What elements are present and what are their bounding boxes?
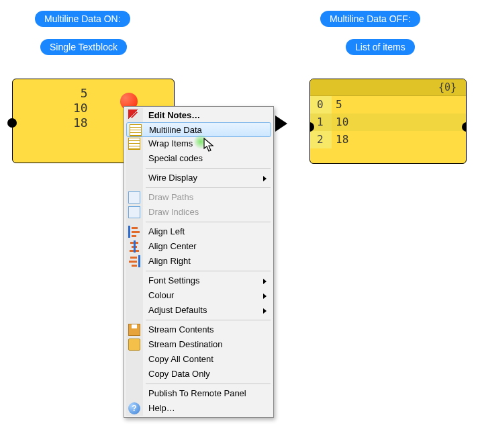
- list-rows: 0 5 1 10 2 18: [310, 96, 466, 148]
- rect-icon: [128, 206, 140, 218]
- align-right-icon: [128, 255, 140, 267]
- menu-label: Copy Data Only: [148, 369, 210, 379]
- menu-draw-paths[interactable]: Draw Paths: [126, 190, 272, 205]
- menu-label: Colour: [148, 290, 174, 300]
- tree-header: {0}: [310, 79, 466, 96]
- menu-label: Align Right: [148, 256, 191, 266]
- notes-icon: [128, 138, 140, 150]
- list-item[interactable]: 0 5: [310, 96, 466, 114]
- label-off-title: Multiline Data OFF:: [320, 11, 420, 27]
- menu-separator: [146, 187, 271, 188]
- menu-separator: [146, 222, 271, 222]
- label-off-sub: List of items: [346, 39, 415, 55]
- menu-special-codes[interactable]: Special codes: [126, 151, 272, 166]
- menu-separator: [146, 168, 271, 169]
- menu-label: Adjust Defaults: [148, 305, 207, 315]
- menu-stream-contents[interactable]: Stream Contents: [126, 322, 272, 337]
- disk-icon: [128, 324, 140, 336]
- menu-label: Edit Notes…: [148, 110, 200, 120]
- menu-label: Help…: [148, 403, 175, 413]
- menu-stream-destination[interactable]: Stream Destination: [126, 337, 272, 352]
- label-on-title: Multiline Data ON:: [35, 11, 130, 27]
- label-on-sub: Single Textblock: [40, 39, 127, 55]
- submenu-arrow-icon: [263, 294, 267, 299]
- menu-wire-display[interactable]: Wire Display: [126, 171, 272, 185]
- rect-icon: [128, 191, 140, 204]
- list-item[interactable]: 2 18: [310, 131, 466, 148]
- menu-label: Wrap Items: [148, 138, 193, 148]
- menu-copy-all[interactable]: Copy All Content: [126, 352, 272, 367]
- menu-align-center[interactable]: Align Center: [126, 239, 272, 254]
- menu-label: Draw Indices: [148, 207, 199, 217]
- menu-copy-data[interactable]: Copy Data Only: [126, 367, 272, 382]
- menu-edit-notes[interactable]: Edit Notes…: [126, 108, 272, 123]
- menu-label: Stream Destination: [148, 339, 223, 349]
- row-value: 10: [332, 114, 466, 131]
- list-item[interactable]: 1 10: [310, 114, 466, 131]
- menu-label: Special codes: [148, 153, 203, 163]
- align-center-icon: [128, 240, 140, 253]
- row-value: 18: [332, 131, 466, 148]
- help-icon: [128, 402, 140, 414]
- highlight-marker-icon: [193, 134, 208, 149]
- menu-label: Font Settings: [148, 275, 200, 285]
- menu-label: Publish To Remote Panel: [148, 388, 246, 398]
- submenu-arrow-icon: [263, 308, 267, 314]
- panel-text-block[interactable]: 5 10 18: [73, 86, 88, 130]
- menu-draw-indices[interactable]: Draw Indices: [126, 205, 272, 220]
- panel-multiline-off[interactable]: {0} 0 5 1 10 2 18: [309, 79, 467, 164]
- row-index: 2: [310, 131, 332, 148]
- menu-align-left[interactable]: Align Left: [126, 224, 272, 239]
- menu-separator: [146, 320, 271, 320]
- context-menu: Edit Notes… Multiline Data Wrap Items Sp…: [124, 106, 274, 418]
- arrow-right-icon: [275, 116, 287, 132]
- notes-icon: [130, 124, 142, 136]
- menu-help[interactable]: Help…: [126, 401, 272, 416]
- menu-adjust-defaults[interactable]: Adjust Defaults: [126, 303, 272, 318]
- folder-icon: [128, 339, 140, 351]
- menu-label: Align Left: [148, 226, 185, 236]
- row-value: 5: [332, 96, 466, 114]
- menu-label: Wire Display: [148, 173, 197, 183]
- menu-label: Multiline Data: [149, 125, 202, 135]
- menu-label: Draw Paths: [148, 192, 193, 202]
- menu-label: Align Center: [148, 241, 197, 251]
- menu-font-settings[interactable]: Font Settings: [126, 273, 272, 288]
- port-out-icon[interactable]: [462, 122, 467, 132]
- submenu-arrow-icon: [263, 279, 267, 284]
- menu-publish-remote[interactable]: Publish To Remote Panel: [126, 386, 272, 401]
- menu-label: Stream Contents: [148, 324, 214, 334]
- pen-icon: [128, 109, 140, 122]
- menu-separator: [146, 271, 271, 271]
- submenu-arrow-icon: [263, 176, 267, 181]
- menu-label: Copy All Content: [148, 354, 213, 364]
- row-index: 0: [310, 96, 332, 114]
- align-left-icon: [128, 226, 140, 238]
- menu-colour[interactable]: Colour: [126, 288, 272, 303]
- port-in-icon[interactable]: [7, 118, 17, 128]
- menu-separator: [146, 384, 271, 384]
- menu-align-right[interactable]: Align Right: [126, 254, 272, 269]
